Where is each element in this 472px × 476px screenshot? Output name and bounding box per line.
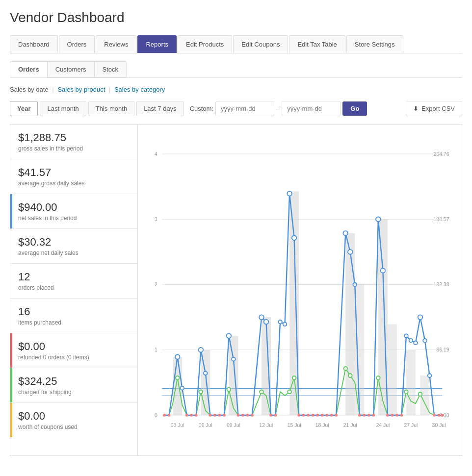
items-purchased-value: 16 — [18, 305, 130, 318]
export-csv-button[interactable]: ⬇ Export CSV — [406, 101, 462, 116]
svg-point-67 — [395, 414, 398, 417]
filter-year[interactable]: Year — [10, 101, 38, 116]
subtab-customers[interactable]: Customers — [47, 61, 95, 77]
svg-point-66 — [391, 414, 394, 417]
svg-point-88 — [381, 268, 386, 273]
export-label: Export CSV — [421, 105, 455, 112]
tab-reviews[interactable]: Reviews — [96, 35, 136, 53]
svg-point-58 — [325, 414, 328, 417]
svg-text:30 Jul: 30 Jul — [432, 423, 446, 428]
download-icon: ⬇ — [413, 105, 419, 112]
orders-placed-label: orders placed — [18, 284, 130, 291]
svg-point-72 — [175, 354, 180, 359]
tab-edit-coupons[interactable]: Edit Coupons — [233, 35, 288, 53]
svg-point-38 — [168, 414, 171, 417]
svg-text:06 Jul: 06 Jul — [199, 423, 212, 428]
filter-last-7-days[interactable]: Last 7 days — [136, 101, 184, 116]
svg-point-39 — [185, 414, 188, 417]
coupons-bar — [10, 403, 12, 437]
svg-point-80 — [278, 320, 282, 324]
svg-point-57 — [321, 414, 324, 417]
svg-point-54 — [307, 414, 310, 417]
stat-avg-net-daily: $30.32 average net daily sales — [10, 229, 137, 264]
svg-point-61 — [358, 414, 361, 417]
svg-point-89 — [404, 334, 408, 338]
svg-text:09 Jul: 09 Jul — [227, 423, 240, 428]
svg-point-45 — [223, 414, 226, 417]
orders-placed-value: 12 — [18, 271, 130, 283]
svg-text:24 Jul: 24 Jul — [376, 423, 390, 428]
svg-point-104 — [404, 390, 408, 394]
svg-text:0: 0 — [155, 413, 157, 418]
svg-point-84 — [343, 231, 348, 236]
svg-point-93 — [423, 339, 427, 343]
svg-point-69 — [433, 414, 436, 417]
svg-text:1: 1 — [155, 348, 157, 353]
refunded-value: $0.00 — [18, 340, 130, 353]
svg-point-99 — [288, 390, 291, 394]
sales-by-category-link[interactable]: Sales by category — [114, 86, 165, 93]
svg-text:03 Jul: 03 Jul — [171, 423, 184, 428]
svg-point-62 — [363, 414, 366, 417]
svg-point-40 — [190, 414, 193, 417]
tab-orders[interactable]: Orders — [59, 35, 95, 53]
net-sales-value: $940.00 — [18, 201, 130, 214]
svg-point-49 — [251, 414, 254, 417]
svg-text:21 Jul: 21 Jul — [343, 423, 357, 428]
items-purchased-label: items purchased — [18, 319, 130, 326]
svg-point-98 — [260, 390, 263, 394]
filter-bar: Year Last month This month Last 7 days C… — [10, 101, 462, 116]
sub-nav: Orders Customers Stock — [10, 61, 462, 78]
svg-point-71 — [441, 414, 444, 417]
svg-point-97 — [227, 388, 231, 392]
shipping-bar — [10, 368, 12, 402]
filter-this-month[interactable]: This month — [88, 101, 134, 116]
svg-point-83 — [292, 236, 297, 241]
svg-point-95 — [176, 376, 180, 380]
gross-sales-value: $1,288.75 — [18, 131, 130, 144]
svg-point-96 — [199, 390, 203, 394]
svg-point-73 — [180, 386, 184, 390]
svg-point-52 — [297, 414, 300, 417]
page-title: Vendor Dashboard — [10, 10, 462, 25]
svg-point-81 — [283, 323, 287, 326]
sales-by-product-link[interactable]: Sales by product — [57, 86, 105, 93]
tab-edit-tax-table[interactable]: Edit Tax Table — [289, 35, 345, 53]
net-sales-bar — [10, 194, 12, 228]
gross-sales-label: gross sales in this period — [18, 145, 130, 152]
svg-point-78 — [259, 315, 264, 320]
tab-reports[interactable]: Reports — [137, 35, 177, 53]
svg-point-63 — [367, 414, 370, 417]
svg-point-100 — [292, 376, 296, 380]
subtab-stock[interactable]: Stock — [94, 61, 127, 77]
stat-avg-daily-gross: $41.57 average gross daily sales — [10, 159, 137, 194]
date-end-input[interactable] — [282, 101, 341, 116]
svg-point-46 — [237, 414, 240, 417]
date-start-input[interactable] — [215, 101, 274, 116]
svg-point-86 — [353, 283, 357, 287]
stat-items-purchased: 16 items purchased — [10, 299, 137, 333]
filter-last-month[interactable]: Last month — [40, 101, 86, 116]
svg-point-90 — [409, 339, 413, 343]
stat-charged-shipping: $324.25 charged for shipping — [10, 368, 137, 403]
svg-point-53 — [302, 414, 305, 417]
refunded-label: refunded 0 orders (0 items) — [18, 354, 130, 361]
avg-daily-gross-label: average gross daily sales — [18, 180, 130, 187]
coupons-used-value: $0.00 — [18, 410, 130, 423]
svg-point-44 — [218, 414, 221, 417]
main-content: $1,288.75 gross sales in this period $41… — [10, 124, 462, 456]
go-button[interactable]: Go — [342, 101, 367, 116]
stat-refunded: $0.00 refunded 0 orders (0 items) — [10, 333, 137, 368]
tab-edit-products[interactable]: Edit Products — [178, 35, 232, 53]
chart-panel: 264.76 198.57 132.38 66.19 0.00 4 3 2 1 … — [138, 125, 462, 455]
stat-net-sales: $940.00 net sales in this period — [10, 194, 137, 229]
svg-point-82 — [287, 191, 292, 196]
subtab-orders[interactable]: Orders — [10, 61, 48, 77]
avg-daily-gross-value: $41.57 — [18, 166, 130, 179]
svg-point-74 — [199, 348, 204, 352]
charged-shipping-label: charged for shipping — [18, 389, 130, 396]
svg-point-59 — [330, 414, 333, 417]
tab-dashboard[interactable]: Dashboard — [10, 35, 58, 53]
tab-store-settings[interactable]: Store Settings — [346, 35, 403, 53]
svg-point-43 — [213, 414, 216, 417]
